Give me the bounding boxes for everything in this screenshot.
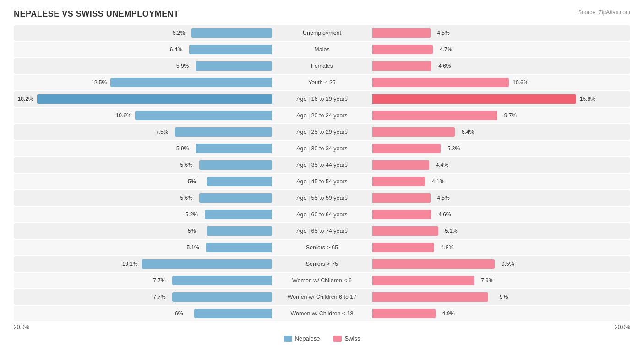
row-inner: 5.6% Age | 55 to 59 years 4.5% — [14, 190, 630, 206]
bar-left-container: 6% — [14, 306, 272, 321]
row-inner: 7.7% Women w/ Children 6 to 17 9% — [14, 289, 630, 305]
bar-left: 5.1% — [206, 243, 272, 252]
bar-right: 15.8% — [372, 94, 576, 104]
bar-label-left: 5.2% — [186, 211, 198, 218]
bar-label-left: 5% — [188, 228, 196, 234]
chart-row: 5.2% Age | 60 to 64 years 4.6% — [14, 207, 630, 222]
row-inner: 6.4% Males 4.7% — [14, 42, 630, 57]
center-label: Seniors > 65 — [272, 244, 372, 251]
bar-left-container: 5.2% — [14, 207, 272, 222]
bar-left: 7.7% — [172, 276, 272, 285]
row-inner: 5.1% Seniors > 65 4.8% — [14, 240, 630, 255]
row-inner: 5.6% Age | 35 to 44 years 4.4% — [14, 157, 630, 173]
legend: Nepalese Swiss — [14, 335, 630, 342]
center-label: Age | 20 to 24 years — [272, 112, 372, 119]
bar-right: 4.7% — [372, 45, 433, 54]
bar-right-container: 5.3% — [372, 141, 630, 156]
bar-label-right: 4.5% — [437, 30, 449, 36]
bar-right: 10.6% — [372, 78, 509, 87]
bar-right-container: 4.9% — [372, 306, 630, 321]
row-inner: 5.9% Females 4.6% — [14, 58, 630, 74]
bar-left: 6% — [194, 309, 272, 318]
center-label: Age | 65 to 74 years — [272, 228, 372, 234]
chart-title: NEPALESE VS SWISS UNEMPLOYMENT — [14, 9, 179, 19]
chart-row: 7.7% Women w/ Children < 6 7.9% — [14, 273, 630, 288]
bar-left: 5.6% — [199, 160, 272, 170]
bar-label-left: 12.5% — [91, 79, 107, 86]
bar-right-container: 4.1% — [372, 174, 630, 189]
center-label: Women w/ Children < 6 — [272, 277, 372, 284]
bar-left-container: 5.9% — [14, 141, 272, 156]
bar-left: 7.7% — [172, 292, 272, 302]
bar-right-container: 5.1% — [372, 223, 630, 239]
chart-rows: 6.2% Unemployment 4.5% 6.4% Males — [14, 25, 630, 321]
bar-label-right: 4.6% — [438, 211, 451, 218]
bar-left-container: 7.5% — [14, 124, 272, 140]
chart-row: 6.2% Unemployment 4.5% — [14, 25, 630, 41]
row-inner: 5.2% Age | 60 to 64 years 4.6% — [14, 207, 630, 222]
bar-right: 5.3% — [372, 144, 441, 153]
bar-label-left: 5.1% — [186, 244, 199, 251]
chart-row: 12.5% Youth < 25 10.6% — [14, 75, 630, 90]
bar-left-container: 6.4% — [14, 42, 272, 57]
row-inner: 5.9% Age | 30 to 34 years 5.3% — [14, 141, 630, 156]
axis-left-label: 20.0% — [14, 324, 272, 330]
bar-label-right: 4.5% — [437, 195, 449, 201]
center-label: Females — [272, 63, 372, 69]
bar-label-left: 18.2% — [18, 96, 33, 102]
bar-right-container: 4.5% — [372, 190, 630, 206]
bar-left: 5.9% — [196, 144, 272, 153]
bar-left: 6.2% — [191, 28, 272, 38]
center-label: Unemployment — [272, 30, 372, 36]
bar-label-right: 15.8% — [580, 96, 595, 102]
chart-row: 5.1% Seniors > 65 4.8% — [14, 240, 630, 255]
center-label: Women w/ Children < 18 — [272, 310, 372, 317]
chart-row: 10.6% Age | 20 to 24 years 9.7% — [14, 108, 630, 123]
bar-left: 6.4% — [189, 45, 272, 54]
bar-right-container: 6.4% — [372, 124, 630, 140]
chart-row: 5.6% Age | 35 to 44 years 4.4% — [14, 157, 630, 173]
bar-right-container: 7.9% — [372, 273, 630, 288]
bar-label-right: 4.1% — [432, 178, 444, 185]
chart-row: 5.6% Age | 55 to 59 years 4.5% — [14, 190, 630, 206]
bar-label-left: 7.5% — [156, 129, 168, 135]
bar-right-container: 9.5% — [372, 256, 630, 272]
center-label: Age | 16 to 19 years — [272, 96, 372, 102]
bar-left-container: 7.7% — [14, 273, 272, 288]
chart-row: 5% Age | 65 to 74 years 5.1% — [14, 223, 630, 239]
axis-row: 20.0% 20.0% — [14, 324, 630, 330]
bar-right: 6.4% — [372, 127, 455, 137]
bar-left: 5.6% — [199, 193, 272, 203]
bar-left-container: 7.7% — [14, 289, 272, 305]
bar-left-container: 10.1% — [14, 256, 272, 272]
center-label: Seniors > 75 — [272, 261, 372, 267]
center-label: Age | 45 to 54 years — [272, 178, 372, 185]
bar-right-container: 9% — [372, 289, 630, 305]
row-inner: 5% Age | 45 to 54 years 4.1% — [14, 174, 630, 189]
bar-label-left: 5.9% — [176, 145, 189, 152]
bar-left: 7.5% — [175, 127, 272, 137]
legend-swiss-color — [333, 336, 342, 342]
center-label: Age | 55 to 59 years — [272, 195, 372, 201]
bar-left: 5% — [207, 177, 272, 186]
bar-right: 4.6% — [372, 210, 431, 219]
bar-right-container: 4.6% — [372, 207, 630, 222]
bar-right-container: 9.7% — [372, 108, 630, 123]
bar-left-container: 12.5% — [14, 75, 272, 90]
bar-label-left: 10.6% — [116, 112, 131, 119]
bar-left: 5.9% — [196, 61, 272, 71]
bar-right: 9.5% — [372, 259, 495, 269]
bar-label-left: 5% — [188, 178, 196, 185]
chart-row: 5% Age | 45 to 54 years 4.1% — [14, 174, 630, 189]
row-inner: 7.5% Age | 25 to 29 years 6.4% — [14, 124, 630, 140]
bar-label-right: 10.6% — [513, 79, 528, 86]
chart-row: 5.9% Age | 30 to 34 years 5.3% — [14, 141, 630, 156]
bar-label-right: 9.7% — [504, 112, 517, 119]
chart-row: 10.1% Seniors > 75 9.5% — [14, 256, 630, 272]
chart-row: 6.4% Males 4.7% — [14, 42, 630, 57]
bar-right-container: 4.4% — [372, 157, 630, 173]
legend-swiss: Swiss — [333, 335, 360, 342]
bar-right: 4.5% — [372, 193, 431, 203]
bar-right: 4.4% — [372, 160, 429, 170]
bar-right-container: 4.8% — [372, 240, 630, 255]
